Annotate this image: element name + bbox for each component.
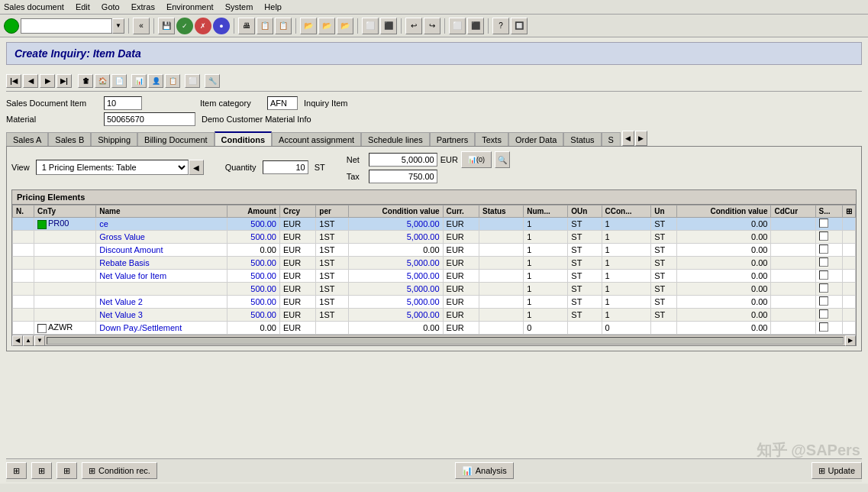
nav-btn-c[interactable]: 📋 — [165, 74, 180, 88]
copy-btn[interactable]: 📄 — [111, 74, 127, 88]
combo-dropdown-arrow[interactable]: ▼ — [112, 18, 124, 34]
help-btn[interactable]: ? — [492, 18, 509, 34]
scroll-track[interactable] — [47, 337, 844, 345]
tab-account-assignment[interactable]: Account assignment — [272, 132, 361, 146]
table-row[interactable]: Gross Value500.00EUR1ST5,000.00EUR1ST1ST… — [13, 231, 856, 244]
scroll-right-btn[interactable]: ▶ — [845, 335, 856, 346]
table-row[interactable]: AZWRDown Pay./Settlement0.00EUR0.00EUR00… — [13, 322, 856, 335]
btn-blue[interactable]: ● — [213, 18, 230, 34]
print-btn[interactable]: 🖶 — [238, 18, 255, 34]
command-combo[interactable]: ▼ — [21, 18, 124, 34]
table-row[interactable]: 500.00EUR1ST5,000.00EUR1ST1ST0.00 — [13, 283, 856, 296]
net-icon-btn[interactable]: 📊(0) — [461, 151, 492, 168]
btn13[interactable]: 🔲 — [511, 18, 528, 34]
scroll-down-btn[interactable]: ▼ — [34, 335, 45, 346]
condition-rec-btn[interactable]: ⊞ Condition rec. — [82, 462, 157, 479]
nav-btn-e[interactable]: 🔧 — [205, 74, 220, 88]
view-select[interactable]: 1 Pricing Elements: Table — [36, 160, 189, 175]
tab-status[interactable]: Status — [563, 132, 601, 146]
cell-num: 0 — [524, 322, 568, 335]
net-input[interactable] — [369, 153, 437, 167]
tab-schedule-lines[interactable]: Schedule lines — [361, 132, 430, 146]
sales-doc-input[interactable] — [104, 96, 142, 110]
icon-btn-3[interactable]: ⊞ — [56, 462, 77, 479]
tab-sales-a[interactable]: Sales A — [6, 132, 48, 146]
cell-un: ST — [651, 270, 677, 283]
btn-refresh2[interactable]: ✗ — [195, 18, 211, 34]
material-input[interactable] — [104, 112, 195, 126]
cell-per: 1ST — [316, 244, 349, 257]
cell-oun: ST — [568, 231, 602, 244]
tab-texts[interactable]: Texts — [475, 132, 508, 146]
nav-next-btn[interactable]: ▶ — [40, 74, 55, 88]
btn6[interactable]: 📂 — [337, 18, 353, 34]
cell-un: ST — [651, 309, 677, 322]
table-row[interactable]: Rebate Basis500.00EUR1ST5,000.00EUR1ST1S… — [13, 257, 856, 270]
btn5[interactable]: 📂 — [318, 18, 335, 34]
table-row[interactable]: Net Value for Item500.00EUR1ST5,000.00EU… — [13, 270, 856, 283]
menu-edit[interactable]: Edit — [76, 2, 90, 11]
tab-shipping[interactable]: Shipping — [91, 132, 137, 146]
cell-num: 1 — [524, 283, 568, 296]
pricing-table-container[interactable]: N. CnTy Name Amount Crcy per Condition v… — [12, 205, 856, 335]
nav-btn-a[interactable]: 📊 — [131, 74, 147, 88]
menu-environment[interactable]: Environment — [166, 2, 214, 11]
scroll-up-btn[interactable]: ▲ — [23, 335, 34, 346]
btn9[interactable]: ↩ — [405, 18, 422, 34]
nav-btn-d[interactable]: ⬜ — [185, 74, 200, 88]
table-row[interactable]: Net Value 3500.00EUR1ST5,000.00EUR1ST1ST… — [13, 309, 856, 322]
cell-crcy: EUR — [279, 257, 315, 270]
table-row[interactable]: Net Value 2500.00EUR1ST5,000.00EUR1ST1ST… — [13, 296, 856, 309]
icon-btn-1[interactable]: ⊞ — [6, 462, 27, 479]
update-btn[interactable]: ⊞ Update — [812, 462, 862, 479]
tab-scroll-left[interactable]: ◀ — [622, 131, 634, 146]
table-row[interactable]: Discount Amount0.00EUR1ST0.00EUR1ST1ST0.… — [13, 244, 856, 257]
analysis-btn[interactable]: 📊 Analysis — [455, 462, 514, 479]
menu-help[interactable]: Help — [264, 2, 282, 11]
icon-btn-2[interactable]: ⊞ — [31, 462, 52, 479]
btn11[interactable]: ⬜ — [449, 18, 466, 34]
nav-first-btn[interactable]: |◀ — [6, 74, 21, 88]
btn12[interactable]: ⬛ — [467, 18, 484, 34]
quantity-unit: ST — [315, 163, 325, 172]
nav-prev-btn[interactable]: ◀ — [23, 74, 38, 88]
menu-sales-doc[interactable]: Sales document — [4, 2, 64, 11]
horizontal-scrollbar[interactable]: ◀ ▲ ▼ ▶ — [12, 335, 856, 345]
tab-partners[interactable]: Partners — [430, 132, 476, 146]
tab-conditions[interactable]: Conditions — [215, 131, 272, 146]
view-nav-btn[interactable]: ◀ — [189, 160, 204, 175]
tab-sales-b[interactable]: Sales B — [48, 132, 91, 146]
table-row[interactable]: PR00ce500.00EUR1ST5,000.00EUR1ST1ST0.00 — [13, 218, 856, 231]
tax-input[interactable] — [369, 170, 437, 183]
cell-n — [13, 218, 34, 231]
item-cat-input[interactable] — [267, 96, 298, 110]
menu-extras[interactable]: Extras — [131, 2, 155, 11]
nav-back-btn[interactable]: « — [133, 18, 150, 34]
tab-order-data[interactable]: Order Data — [508, 132, 563, 146]
menu-goto[interactable]: Goto — [102, 2, 120, 11]
btn3[interactable]: 📋 — [275, 18, 292, 34]
nav-last-btn[interactable]: ▶| — [56, 74, 72, 88]
cell-s — [815, 322, 842, 335]
save-btn[interactable]: 💾 — [158, 18, 175, 34]
net-zoom-btn[interactable]: 🔍 — [495, 151, 510, 168]
tab-s[interactable]: S — [602, 132, 621, 146]
command-input[interactable] — [21, 18, 112, 34]
cell-name: Rebate Basis — [96, 257, 227, 270]
tab-billing[interactable]: Billing Document — [137, 132, 215, 146]
cell-per — [316, 322, 349, 335]
analysis-label: Analysis — [476, 466, 507, 475]
scroll-left-btn[interactable]: ◀ — [12, 335, 23, 346]
btn7[interactable]: ⬜ — [362, 18, 379, 34]
btn10[interactable]: ↪ — [424, 18, 440, 34]
btn2[interactable]: 📋 — [257, 18, 273, 34]
home-btn[interactable]: 🏠 — [95, 74, 110, 88]
quantity-input[interactable] — [263, 160, 308, 174]
nav-btn-b[interactable]: 👤 — [148, 74, 163, 88]
delete-btn[interactable]: 🗑 — [78, 74, 93, 88]
btn8[interactable]: ⬛ — [380, 18, 397, 34]
btn4[interactable]: 📂 — [300, 18, 317, 34]
tab-scroll-right[interactable]: ▶ — [635, 131, 647, 146]
btn-refresh1[interactable]: ✓ — [176, 18, 193, 34]
menu-system[interactable]: System — [225, 2, 253, 11]
